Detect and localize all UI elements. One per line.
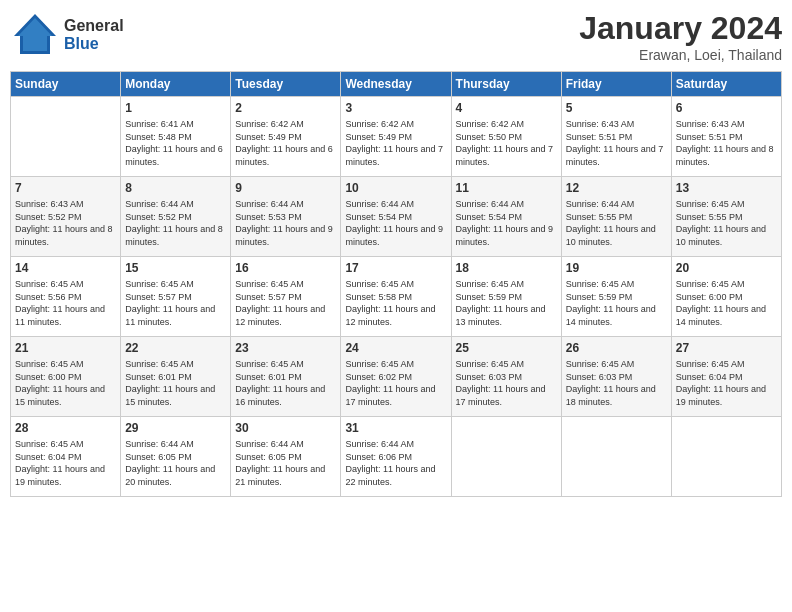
day-cell: 6Sunrise: 6:43 AMSunset: 5:51 PMDaylight…	[671, 97, 781, 177]
day-cell: 4Sunrise: 6:42 AMSunset: 5:50 PMDaylight…	[451, 97, 561, 177]
day-info: Sunrise: 6:42 AMSunset: 5:49 PMDaylight:…	[345, 118, 446, 168]
day-number: 3	[345, 101, 446, 115]
day-number: 4	[456, 101, 557, 115]
day-number: 13	[676, 181, 777, 195]
day-info: Sunrise: 6:45 AMSunset: 6:02 PMDaylight:…	[345, 358, 446, 408]
day-number: 28	[15, 421, 116, 435]
logo-icon	[10, 10, 60, 60]
day-cell	[561, 417, 671, 497]
day-info: Sunrise: 6:44 AMSunset: 5:52 PMDaylight:…	[125, 198, 226, 248]
day-number: 8	[125, 181, 226, 195]
month-title: January 2024	[579, 10, 782, 47]
day-number: 7	[15, 181, 116, 195]
day-cell: 27Sunrise: 6:45 AMSunset: 6:04 PMDayligh…	[671, 337, 781, 417]
day-cell: 16Sunrise: 6:45 AMSunset: 5:57 PMDayligh…	[231, 257, 341, 337]
day-number: 30	[235, 421, 336, 435]
day-cell: 19Sunrise: 6:45 AMSunset: 5:59 PMDayligh…	[561, 257, 671, 337]
week-row-3: 14Sunrise: 6:45 AMSunset: 5:56 PMDayligh…	[11, 257, 782, 337]
day-info: Sunrise: 6:45 AMSunset: 6:00 PMDaylight:…	[15, 358, 116, 408]
day-cell	[671, 417, 781, 497]
day-cell: 26Sunrise: 6:45 AMSunset: 6:03 PMDayligh…	[561, 337, 671, 417]
day-number: 1	[125, 101, 226, 115]
day-number: 21	[15, 341, 116, 355]
title-block: January 2024 Erawan, Loei, Thailand	[579, 10, 782, 63]
day-info: Sunrise: 6:44 AMSunset: 6:05 PMDaylight:…	[235, 438, 336, 488]
day-info: Sunrise: 6:44 AMSunset: 6:05 PMDaylight:…	[125, 438, 226, 488]
day-number: 12	[566, 181, 667, 195]
week-row-4: 21Sunrise: 6:45 AMSunset: 6:00 PMDayligh…	[11, 337, 782, 417]
day-number: 22	[125, 341, 226, 355]
day-info: Sunrise: 6:44 AMSunset: 5:53 PMDaylight:…	[235, 198, 336, 248]
day-info: Sunrise: 6:44 AMSunset: 5:54 PMDaylight:…	[456, 198, 557, 248]
calendar-table: SundayMondayTuesdayWednesdayThursdayFrid…	[10, 71, 782, 497]
day-number: 31	[345, 421, 446, 435]
day-info: Sunrise: 6:45 AMSunset: 6:04 PMDaylight:…	[676, 358, 777, 408]
page-header: General Blue January 2024 Erawan, Loei, …	[10, 10, 782, 63]
day-number: 14	[15, 261, 116, 275]
column-header-monday: Monday	[121, 72, 231, 97]
day-number: 23	[235, 341, 336, 355]
day-number: 26	[566, 341, 667, 355]
day-cell: 1Sunrise: 6:41 AMSunset: 5:48 PMDaylight…	[121, 97, 231, 177]
day-info: Sunrise: 6:42 AMSunset: 5:49 PMDaylight:…	[235, 118, 336, 168]
day-number: 16	[235, 261, 336, 275]
day-number: 20	[676, 261, 777, 275]
day-cell: 12Sunrise: 6:44 AMSunset: 5:55 PMDayligh…	[561, 177, 671, 257]
column-header-wednesday: Wednesday	[341, 72, 451, 97]
day-number: 2	[235, 101, 336, 115]
day-cell: 23Sunrise: 6:45 AMSunset: 6:01 PMDayligh…	[231, 337, 341, 417]
day-cell: 25Sunrise: 6:45 AMSunset: 6:03 PMDayligh…	[451, 337, 561, 417]
day-number: 25	[456, 341, 557, 355]
day-cell: 21Sunrise: 6:45 AMSunset: 6:00 PMDayligh…	[11, 337, 121, 417]
week-row-5: 28Sunrise: 6:45 AMSunset: 6:04 PMDayligh…	[11, 417, 782, 497]
day-number: 24	[345, 341, 446, 355]
day-number: 11	[456, 181, 557, 195]
logo-general: General	[64, 17, 124, 34]
day-cell: 30Sunrise: 6:44 AMSunset: 6:05 PMDayligh…	[231, 417, 341, 497]
header-row: SundayMondayTuesdayWednesdayThursdayFrid…	[11, 72, 782, 97]
column-header-saturday: Saturday	[671, 72, 781, 97]
day-info: Sunrise: 6:44 AMSunset: 6:06 PMDaylight:…	[345, 438, 446, 488]
day-info: Sunrise: 6:45 AMSunset: 5:57 PMDaylight:…	[125, 278, 226, 328]
day-cell: 8Sunrise: 6:44 AMSunset: 5:52 PMDaylight…	[121, 177, 231, 257]
day-info: Sunrise: 6:42 AMSunset: 5:50 PMDaylight:…	[456, 118, 557, 168]
day-info: Sunrise: 6:45 AMSunset: 5:58 PMDaylight:…	[345, 278, 446, 328]
day-info: Sunrise: 6:43 AMSunset: 5:52 PMDaylight:…	[15, 198, 116, 248]
day-info: Sunrise: 6:45 AMSunset: 5:57 PMDaylight:…	[235, 278, 336, 328]
day-info: Sunrise: 6:45 AMSunset: 5:56 PMDaylight:…	[15, 278, 116, 328]
day-number: 27	[676, 341, 777, 355]
logo-blue: Blue	[64, 35, 99, 52]
day-cell: 28Sunrise: 6:45 AMSunset: 6:04 PMDayligh…	[11, 417, 121, 497]
week-row-1: 1Sunrise: 6:41 AMSunset: 5:48 PMDaylight…	[11, 97, 782, 177]
day-cell: 20Sunrise: 6:45 AMSunset: 6:00 PMDayligh…	[671, 257, 781, 337]
day-cell: 14Sunrise: 6:45 AMSunset: 5:56 PMDayligh…	[11, 257, 121, 337]
day-cell: 11Sunrise: 6:44 AMSunset: 5:54 PMDayligh…	[451, 177, 561, 257]
day-info: Sunrise: 6:45 AMSunset: 6:04 PMDaylight:…	[15, 438, 116, 488]
day-cell: 5Sunrise: 6:43 AMSunset: 5:51 PMDaylight…	[561, 97, 671, 177]
day-cell: 2Sunrise: 6:42 AMSunset: 5:49 PMDaylight…	[231, 97, 341, 177]
day-number: 5	[566, 101, 667, 115]
day-number: 15	[125, 261, 226, 275]
day-info: Sunrise: 6:43 AMSunset: 5:51 PMDaylight:…	[676, 118, 777, 168]
day-info: Sunrise: 6:45 AMSunset: 6:03 PMDaylight:…	[456, 358, 557, 408]
logo: General Blue	[10, 10, 124, 60]
day-info: Sunrise: 6:45 AMSunset: 6:03 PMDaylight:…	[566, 358, 667, 408]
day-cell: 15Sunrise: 6:45 AMSunset: 5:57 PMDayligh…	[121, 257, 231, 337]
day-cell: 29Sunrise: 6:44 AMSunset: 6:05 PMDayligh…	[121, 417, 231, 497]
day-cell: 13Sunrise: 6:45 AMSunset: 5:55 PMDayligh…	[671, 177, 781, 257]
day-number: 10	[345, 181, 446, 195]
day-number: 17	[345, 261, 446, 275]
day-cell: 9Sunrise: 6:44 AMSunset: 5:53 PMDaylight…	[231, 177, 341, 257]
day-info: Sunrise: 6:45 AMSunset: 5:55 PMDaylight:…	[676, 198, 777, 248]
column-header-friday: Friday	[561, 72, 671, 97]
day-cell: 7Sunrise: 6:43 AMSunset: 5:52 PMDaylight…	[11, 177, 121, 257]
day-number: 29	[125, 421, 226, 435]
day-info: Sunrise: 6:45 AMSunset: 6:01 PMDaylight:…	[235, 358, 336, 408]
day-cell: 18Sunrise: 6:45 AMSunset: 5:59 PMDayligh…	[451, 257, 561, 337]
column-header-tuesday: Tuesday	[231, 72, 341, 97]
column-header-sunday: Sunday	[11, 72, 121, 97]
day-cell	[451, 417, 561, 497]
day-info: Sunrise: 6:44 AMSunset: 5:54 PMDaylight:…	[345, 198, 446, 248]
week-row-2: 7Sunrise: 6:43 AMSunset: 5:52 PMDaylight…	[11, 177, 782, 257]
day-info: Sunrise: 6:45 AMSunset: 6:00 PMDaylight:…	[676, 278, 777, 328]
